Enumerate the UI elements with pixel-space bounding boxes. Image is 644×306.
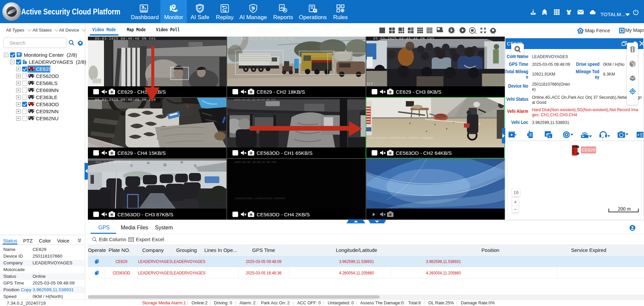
svg-text:LEADERVOYAGES LEADERVOYAGES: LEADERVOYAGES LEADERVOYAGES CAMEROUN <box>234 197 285 200</box>
svg-text:2025-03-05 16:48:43 ON: 2025-03-05 16:48:43 ON <box>95 161 131 164</box>
svg-text:2025-03-05 16:48:43 ON CH4: 2025-03-05 16:48:43 ON CH4 <box>234 161 276 164</box>
svg-text:S: S <box>549 135 550 138</box>
svg-text:ELT: ELT <box>367 82 373 86</box>
svg-text:N: N <box>632 91 633 93</box>
svg-text:NOADLRVOYAGES LEADERVOYAGES: NOADLRVOYAGES LEADERVOYAGES CAMEROUN 699… <box>369 137 434 139</box>
svg-text:TT: TT <box>546 133 549 136</box>
svg-text:2025-03-05 16:48:43 ON: 2025-03-05 16:48:43 ON <box>369 99 405 102</box>
